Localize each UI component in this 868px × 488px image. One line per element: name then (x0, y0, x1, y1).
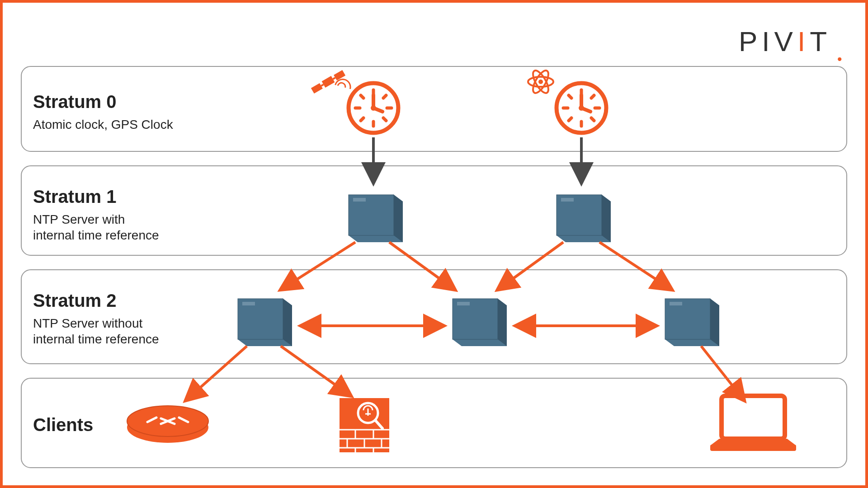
clients-panel: Clients (21, 378, 847, 468)
stratum-0-subtitle: Atomic clock, GPS Clock (33, 117, 173, 132)
stratum-0-title: Stratum 0 (33, 92, 117, 112)
stratum-1-title: Stratum 1 (33, 187, 117, 207)
brand-text-accent: I (797, 26, 810, 57)
brand-text-left: PIV (739, 26, 797, 57)
stratum-2-title: Stratum 2 (33, 291, 117, 311)
stratum-2-panel: Stratum 2 NTP Server without internal ti… (21, 269, 847, 364)
clients-title: Clients (33, 415, 93, 435)
stratum-2-subtitle: NTP Server without internal time referen… (33, 315, 159, 347)
stratum-1-panel: Stratum 1 NTP Server with internal time … (21, 165, 847, 256)
brand-text-right: T (810, 26, 831, 57)
stratum-0-panel: Stratum 0 Atomic clock, GPS Clock (21, 66, 847, 152)
brand-dot: • (837, 52, 847, 67)
brand-logo: PIVIT • (739, 25, 831, 57)
diagram-canvas: PIVIT • Stratum 0 Atomic clock, GPS Cloc… (0, 0, 868, 488)
stratum-1-subtitle: NTP Server with internal time reference (33, 211, 159, 243)
